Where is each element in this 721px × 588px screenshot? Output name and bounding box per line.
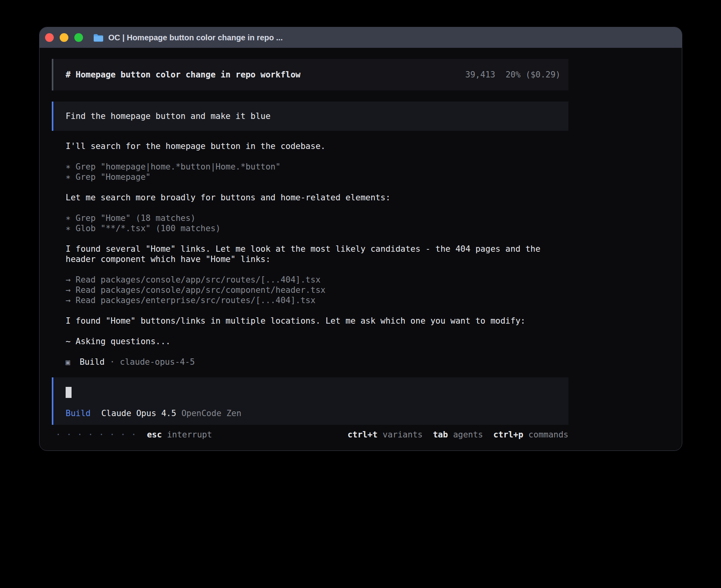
window-titlebar[interactable]: OC | Homepage button color change in rep… xyxy=(40,27,682,48)
hint-key: esc xyxy=(147,430,162,440)
provider-indicator: OpenCode Zen xyxy=(181,408,242,418)
window-title: OC | Homepage button color change in rep… xyxy=(108,33,283,42)
folder-icon xyxy=(93,34,104,42)
agent-status-line: ▣ Build · claude-opus-4-5 xyxy=(66,357,568,367)
user-message: Find the homepage button and make it blu… xyxy=(52,102,568,131)
agent-separator: · xyxy=(110,357,115,367)
tool-call-read: → Read packages/console/app/src/componen… xyxy=(66,285,568,295)
prompt-input[interactable]: Build Claude Opus 4.5 OpenCode Zen xyxy=(52,377,568,425)
hint-label: agents xyxy=(453,430,483,440)
traffic-lights xyxy=(45,33,83,42)
text-cursor[interactable] xyxy=(66,387,72,398)
hint-label: variants xyxy=(383,430,423,440)
terminal-window: OC | Homepage button color change in rep… xyxy=(39,27,682,451)
token-count: 39,413 xyxy=(465,70,495,79)
tool-call-grep: ∗ Grep "Home" (18 matches) xyxy=(66,213,568,223)
hint-label: commands xyxy=(528,430,568,440)
assistant-paragraph: Let me search more broadly for buttons a… xyxy=(66,192,568,203)
user-message-text: Find the homepage button and make it blu… xyxy=(66,111,270,121)
tool-call-group: ∗ Grep "homepage|home.*button|Home.*butt… xyxy=(66,162,568,182)
tool-call-read: → Read packages/console/app/src/routes/[… xyxy=(66,275,568,285)
tool-call-glob: ∗ Glob "**/*.tsx" (100 matches) xyxy=(66,223,568,234)
agent-name: Build xyxy=(79,357,104,367)
hint-key: ctrl+t xyxy=(347,430,377,440)
assistant-paragraph: I found several "Home" links. Let me loo… xyxy=(66,244,568,264)
assistant-transcript: I'll search for the homepage button in t… xyxy=(66,141,568,367)
hint-interrupt: esc interrupt xyxy=(147,430,212,440)
spinner-dots: · · · · · · · · xyxy=(52,430,137,440)
tool-call-read: → Read packages/enterprise/src/routes/[.… xyxy=(66,295,568,305)
session-stats: 39,413 20% ($0.29) xyxy=(465,70,561,79)
statusbar: · · · · · · · · esc interrupt ctrl+t var… xyxy=(52,430,568,440)
hint-key: tab xyxy=(433,430,448,440)
hint-variants: ctrl+t variants xyxy=(347,430,423,440)
assistant-paragraph: I'll search for the homepage button in t… xyxy=(66,141,568,151)
input-status-bar: Build Claude Opus 4.5 OpenCode Zen xyxy=(66,408,556,418)
tool-call-group: ∗ Grep "Home" (18 matches) ∗ Glob "**/*.… xyxy=(66,213,568,234)
hint-commands: ctrl+p commands xyxy=(493,430,568,440)
status-asking-questions: ~ Asking questions... xyxy=(66,336,568,347)
tool-call-grep: ∗ Grep "Homepage" xyxy=(66,172,568,182)
tool-call-group: → Read packages/console/app/src/routes/[… xyxy=(66,275,568,305)
session-title: # Homepage button color change in repo w… xyxy=(66,70,300,79)
agent-icon: ▣ xyxy=(66,357,70,367)
hint-key: ctrl+p xyxy=(493,430,523,440)
context-usage: 20% ($0.29) xyxy=(506,70,561,79)
session-header: # Homepage button color change in repo w… xyxy=(52,59,568,90)
model-indicator[interactable]: Claude Opus 4.5 xyxy=(101,408,176,418)
tool-call-grep: ∗ Grep "homepage|home.*button|Home.*butt… xyxy=(66,162,568,172)
mode-indicator[interactable]: Build xyxy=(66,408,91,418)
minimize-button[interactable] xyxy=(60,33,68,42)
close-button[interactable] xyxy=(45,33,54,42)
hint-label: interrupt xyxy=(167,430,212,440)
zoom-button[interactable] xyxy=(74,33,83,42)
assistant-paragraph: I found "Home" buttons/links in multiple… xyxy=(66,316,568,326)
agent-model: claude-opus-4-5 xyxy=(120,357,195,367)
hint-agents: tab agents xyxy=(433,430,483,440)
terminal-content: # Homepage button color change in repo w… xyxy=(40,48,682,440)
